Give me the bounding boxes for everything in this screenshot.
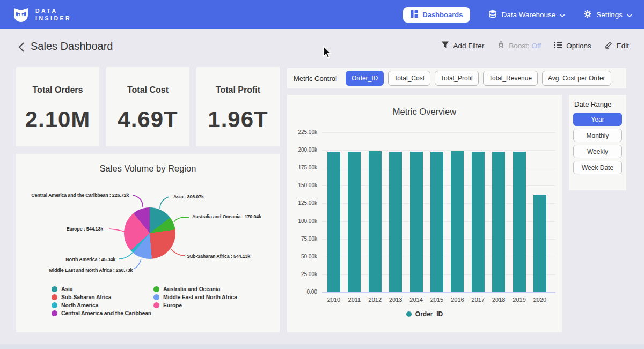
y-tick-label: 75.00k [287, 236, 317, 242]
metric-chip-total-profit[interactable]: Total_Profit [435, 71, 479, 86]
y-axis: 225.00k200.00k175.00k150.00k125.00k100.0… [287, 132, 317, 292]
x-tick-label: 2012 [364, 296, 386, 303]
kpi-label: Total Profit [196, 85, 280, 95]
legend-item-central-america-and-the-caribbean[interactable]: Central America and the Caribbean [52, 310, 153, 316]
metric-chip-total-revenue[interactable]: Total_Revenue [483, 71, 538, 86]
legend-item-middle-east-and-north-africa[interactable]: Middle East and North Africa [153, 294, 237, 300]
chart-legend[interactable]: Order_ID [287, 310, 562, 318]
pie-title: Sales Volume by Region [16, 164, 280, 174]
legend-label: Sub-Saharan Africa [61, 294, 111, 300]
pie-label-europe: Europe : 544.13k [67, 226, 103, 232]
settings-menu[interactable]: Settings [583, 10, 632, 20]
date-range-year-button[interactable]: Year [573, 113, 622, 126]
pie-label-australia-and-oceania: Australia and Oceania : 170.04k [192, 214, 261, 219]
kpi-label: Total Cost [106, 85, 189, 95]
kpi-card-total-profit: Total Profit 1.96T [196, 67, 280, 146]
x-tick-label: 2014 [406, 296, 427, 303]
options-button[interactable]: Options [554, 41, 591, 50]
edit-button[interactable]: Edit [604, 40, 629, 51]
bar-2018 [492, 152, 505, 292]
owl-logo-icon [12, 5, 30, 25]
boost-value: Off [531, 42, 541, 50]
bar-plot-area [322, 132, 555, 292]
metric-control-bar: Metric Control Order_ID Total_Cost Total… [287, 68, 626, 88]
metric-overview-chart: Metric Overview 225.00k200.00k175.00k150… [287, 95, 562, 332]
chevron-down-icon [560, 11, 565, 19]
x-tick-label: 2018 [488, 296, 509, 303]
boost-label: Boost: [509, 42, 529, 50]
chart-title: Metric Overview [287, 107, 562, 117]
sales-volume-by-region-chart: Sales Volume by Region Central America a… [16, 154, 280, 332]
footer-strip [0, 344, 644, 349]
bar-2016 [451, 151, 464, 292]
date-range-weekly-button[interactable]: Weekly [573, 145, 622, 158]
y-tick-label: 175.00k [287, 165, 317, 170]
gear-icon [583, 10, 592, 20]
legend-item-europe[interactable]: Europe [153, 302, 237, 308]
filter-funnel-icon [441, 41, 449, 50]
legend-label: Middle East and North Africa [163, 294, 237, 300]
bar-2020 [533, 195, 546, 292]
pie-label-central-america-and-the-caribbean: Central America and the Caribbean : 226.… [31, 192, 129, 198]
y-tick-label: 25.00k [287, 271, 317, 277]
legend-item-asia[interactable]: Asia [52, 286, 153, 292]
kpi-value: 2.10M [16, 107, 99, 132]
kpi-value: 4.69T [106, 107, 189, 132]
page-title: Sales Dashboard [31, 40, 113, 53]
x-axis: 2010201120122013201420152016201720182019… [322, 296, 555, 304]
pencil-icon [604, 40, 613, 51]
legend-dot [52, 310, 57, 316]
data-warehouse-menu[interactable]: Data Warehouse [488, 10, 565, 20]
x-tick-label: 2015 [426, 296, 448, 303]
add-filter-button[interactable]: Add Filter [441, 41, 484, 50]
legend-dot [52, 302, 57, 308]
x-tick-label: 2019 [509, 296, 530, 303]
bar-2019 [513, 152, 526, 292]
legend-item-sub-saharan-africa[interactable]: Sub-Saharan Africa [52, 294, 153, 300]
legend-label: Europe [163, 302, 182, 308]
legend-dot [153, 286, 159, 292]
legend-dot [52, 294, 57, 300]
kpi-label: Total Orders [16, 85, 99, 95]
legend-item-australia-and-oceania[interactable]: Australia and Oceania [153, 286, 237, 292]
legend-item-north-america[interactable]: North America [52, 302, 153, 308]
metric-chip-order-id[interactable]: Order_ID [346, 71, 384, 86]
legend-label: Central America and the Caribbean [61, 310, 151, 316]
date-range-panel: Date Range Year Monthly Weekly Week Date [569, 95, 626, 190]
legend-label: Order_ID [415, 310, 443, 318]
brand-line2: INSIDER [35, 16, 71, 22]
legend-dot [153, 294, 159, 300]
y-tick-label: 50.00k [287, 254, 317, 259]
date-range-week-date-button[interactable]: Week Date [573, 161, 622, 174]
rocket-icon [497, 41, 505, 50]
x-tick-label: 2013 [385, 296, 406, 303]
list-icon [554, 41, 562, 50]
dashboard-grid-icon [411, 10, 418, 19]
back-button[interactable] [14, 41, 28, 55]
pie-label-asia: Asia : 306.07k [173, 194, 204, 199]
metric-chip-total-cost[interactable]: Total_Cost [388, 71, 430, 86]
kpi-card-total-orders: Total Orders 2.10M [16, 67, 99, 146]
dashboard-header: Sales Dashboard Add Filter Boost: Off [0, 39, 644, 60]
brand: DATA INSIDER [12, 5, 71, 25]
bar-2017 [472, 152, 485, 292]
pie-label-sub-saharan-africa: Sub-Saharan Africa : 544.13k [187, 254, 250, 259]
bar-2013 [389, 152, 402, 292]
metric-chip-avg-cost-per-order[interactable]: Avg. Cost per Order [542, 71, 611, 86]
y-tick-label: 225.00k [287, 129, 317, 135]
y-tick-label: 200.00k [287, 147, 317, 153]
dashboards-button[interactable]: Dashboards [403, 7, 470, 23]
y-tick-label: 0.00 [287, 289, 317, 295]
boost-toggle[interactable]: Boost: Off [497, 41, 541, 50]
bar-2010 [327, 152, 340, 292]
pie-chart [124, 207, 175, 259]
date-range-monthly-button[interactable]: Monthly [573, 129, 622, 142]
y-tick-label: 100.00k [287, 218, 317, 224]
pie-label-middle-east-and-north-africa: Middle East and North Africa : 260.73k [49, 268, 133, 273]
legend-label: Australia and Oceania [163, 286, 220, 292]
chevron-down-icon [627, 11, 632, 19]
legend-label: Asia [61, 286, 72, 292]
date-range-label: Date Range [574, 100, 622, 108]
bar-2014 [410, 152, 423, 292]
x-tick-label: 2016 [447, 296, 468, 303]
